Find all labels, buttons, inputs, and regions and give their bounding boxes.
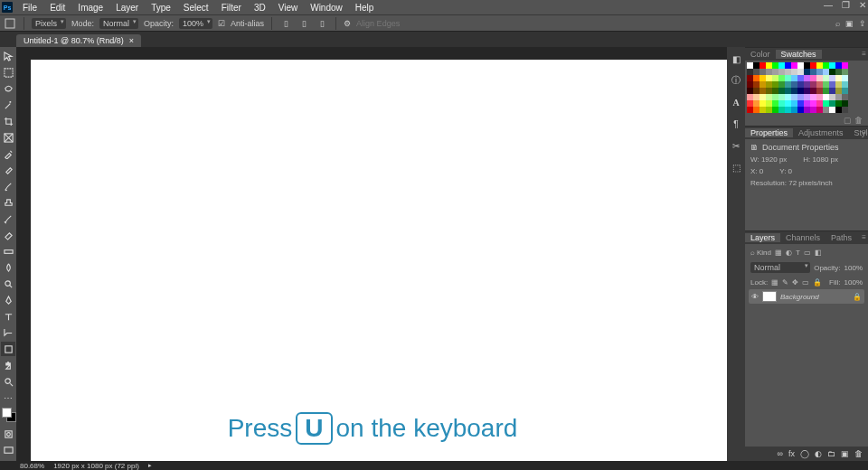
window-close[interactable]: ✕ [859,0,866,10]
swatch[interactable] [835,62,842,69]
swatch[interactable] [785,107,791,113]
tab-properties[interactable]: Properties [745,128,793,137]
filter-shape-icon[interactable]: ▭ [804,249,811,257]
new-swatch-icon[interactable]: ▢ [844,116,852,125]
swatch[interactable] [816,100,823,107]
delete-layer-icon[interactable]: 🗑 [854,449,863,458]
swatch[interactable] [747,62,753,69]
swatch[interactable] [772,75,778,81]
history-brush-tool[interactable] [1,212,15,226]
shape-tool[interactable] [1,342,15,356]
zoom-level[interactable]: 80.68% [20,462,44,470]
swatch[interactable] [842,107,848,113]
properties-menu-icon[interactable]: ≡ [862,128,866,136]
swatch[interactable] [760,81,766,88]
menu-window[interactable]: Window [304,3,349,13]
swatch[interactable] [797,94,804,100]
swatch[interactable] [842,81,848,88]
swatch[interactable] [823,75,829,81]
swatch[interactable] [747,69,753,75]
swatch[interactable] [760,75,766,81]
swatch[interactable] [791,94,797,100]
units-dropdown[interactable]: Pixels [32,18,66,29]
swatch[interactable] [778,69,785,75]
blend-mode-dropdown[interactable]: Normal [750,262,810,273]
toolbar-more[interactable]: ⋯ [1,390,15,405]
swatch[interactable] [829,94,835,100]
swatch[interactable] [842,69,848,75]
layer-fill[interactable]: 100% [844,278,863,287]
lock-position-icon[interactable]: ✥ [792,278,798,287]
crop-tool[interactable] [1,114,15,128]
tab-channels[interactable]: Channels [780,233,826,242]
swatch[interactable] [829,75,835,81]
layers-menu-icon[interactable]: ≡ [862,233,866,241]
quickmask-toggle[interactable] [1,427,15,441]
tab-swatches[interactable]: Swatches [776,50,822,59]
filter-smart-icon[interactable]: ◧ [815,249,822,257]
swatch[interactable] [760,100,766,107]
menu-type[interactable]: Type [145,3,177,13]
pen-tool[interactable] [1,293,15,307]
share-icon[interactable]: ⇪ [859,19,866,28]
filter-type-icon[interactable]: T [796,249,800,257]
swatch[interactable] [778,107,785,113]
search-icon[interactable]: ⌕ [835,19,840,28]
swatch[interactable] [753,94,760,100]
swatch[interactable] [760,62,766,69]
swatch[interactable] [766,88,772,94]
swatch[interactable] [785,69,791,75]
swatch[interactable] [804,62,810,69]
swatch[interactable] [823,81,829,88]
swatch[interactable] [835,94,842,100]
menu-3d[interactable]: 3D [248,3,272,13]
magic-wand-tool[interactable] [1,98,15,112]
swatch[interactable] [785,62,791,69]
swatch[interactable] [816,107,823,113]
swatch[interactable] [810,81,816,88]
document-tab[interactable]: Untitled-1 @ 80.7% (Rnd/8) × [16,34,141,47]
swatch[interactable] [842,94,848,100]
layer-fx-icon[interactable]: fx [788,449,795,458]
swatch[interactable] [747,107,753,113]
type-tool[interactable] [1,309,15,324]
swatch[interactable] [760,88,766,94]
hand-tool[interactable] [1,358,15,372]
gradient-tool[interactable] [1,244,15,258]
swatch[interactable] [810,69,816,75]
window-minimize[interactable]: — [824,0,833,10]
swatch[interactable] [816,94,823,100]
swatch[interactable] [816,69,823,75]
swatch[interactable] [823,100,829,107]
tab-adjustments[interactable]: Adjustments [793,128,849,137]
swatch[interactable] [835,75,842,81]
swatch[interactable] [835,81,842,88]
tab-color[interactable]: Color [745,50,776,59]
libraries-icon[interactable]: ⬚ [730,161,742,174]
swatch[interactable] [829,62,835,69]
link-layers-icon[interactable]: ∞ [778,449,783,458]
swatch[interactable] [778,88,785,94]
swatch[interactable] [778,75,785,81]
window-restore[interactable]: ❐ [842,0,850,10]
swatch[interactable] [772,100,778,107]
gear-icon[interactable]: ⚙ [344,19,351,28]
paragraph-icon[interactable]: ¶ [730,118,742,130]
swatch[interactable] [785,94,791,100]
swatch[interactable] [753,62,760,69]
swatch[interactable] [772,62,778,69]
swatch[interactable] [785,88,791,94]
canvas-area[interactable] [16,47,727,461]
swatch[interactable] [747,94,753,100]
swatch[interactable] [772,107,778,113]
swatch[interactable] [823,88,829,94]
lock-artboard-icon[interactable]: ▭ [802,278,809,287]
swatch[interactable] [835,100,842,107]
swatch[interactable] [791,75,797,81]
lock-all-icon[interactable]: 🔒 [813,278,822,287]
swatch[interactable] [842,75,848,81]
menu-help[interactable]: Help [349,3,381,13]
swatch[interactable] [842,62,848,69]
swatch[interactable] [810,107,816,113]
swatch[interactable] [766,100,772,107]
